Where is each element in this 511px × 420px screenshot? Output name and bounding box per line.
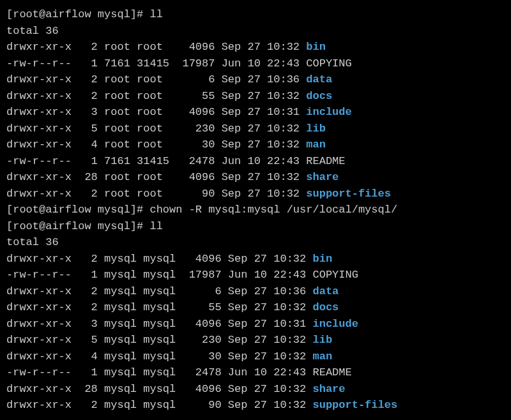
filename: man [306, 139, 326, 151]
filename: include [306, 106, 351, 118]
filename: docs [312, 301, 339, 313]
listing-attrs: drwxr-xr-x 3 mysql mysql 4096 Sep 27 10:… [6, 318, 312, 330]
listing-attrs: drwxr-xr-x 2 mysql mysql 4096 Sep 27 10:… [6, 253, 312, 265]
filename: lib [306, 123, 326, 135]
prompt-line[interactable]: [root@airflow mysql]# chown -R mysql:mys… [6, 202, 505, 218]
listing-attrs: -rw-r--r-- 1 mysql mysql 17987 Jun 10 22… [6, 269, 312, 281]
filename: share [312, 383, 345, 395]
listing-row: -rw-r--r-- 1 7161 31415 17987 Jun 10 22:… [6, 56, 505, 72]
filename: man [312, 350, 332, 363]
filename: README [312, 366, 351, 379]
filename: data [312, 285, 339, 297]
command-text: chown -R mysql:mysql /usr/local/mysql/ [149, 204, 397, 216]
listing-row: -rw-r--r-- 1 mysql mysql 2478 Jun 10 22:… [6, 364, 505, 381]
listing-attrs: -rw-r--r-- 1 7161 31415 2478 Jun 10 22:4… [6, 155, 306, 167]
listing-row: drwxr-xr-x 3 mysql mysql 4096 Sep 27 10:… [6, 316, 505, 333]
filename: share [306, 171, 339, 183]
listing-row: drwxr-xr-x 28 mysql mysql 4096 Sep 27 10… [6, 381, 505, 398]
filename: support-files [312, 399, 397, 411]
shell-prompt: [root@airflow mysql]# [6, 204, 149, 216]
listing-attrs: drwxr-xr-x 5 root root 230 Sep 27 10:32 [6, 123, 306, 135]
listing-row: drwxr-xr-x 2 root root 90 Sep 27 10:32 s… [6, 186, 505, 202]
terminal-output[interactable]: [root@airflow mysql]# lltotal 36drwxr-xr… [6, 6, 505, 414]
listing-row: drwxr-xr-x 2 root root 6 Sep 27 10:36 da… [6, 71, 505, 88]
prompt-line[interactable]: [root@airflow mysql]# ll [6, 6, 505, 23]
listing-row: -rw-r--r-- 1 7161 31415 2478 Jun 10 22:4… [6, 153, 505, 170]
listing-attrs: drwxr-xr-x 4 root root 30 Sep 27 10:32 [6, 139, 306, 151]
filename: data [306, 73, 332, 86]
filename: support-files [306, 188, 391, 200]
listing-attrs: drwxr-xr-x 2 root root 6 Sep 27 10:36 [6, 73, 306, 86]
listing-row: drwxr-xr-x 2 mysql mysql 90 Sep 27 10:32… [6, 397, 505, 414]
listing-attrs: -rw-r--r-- 1 mysql mysql 2478 Jun 10 22:… [6, 366, 312, 379]
command-text: ll [149, 220, 162, 232]
prompt-line[interactable]: [root@airflow mysql]# ll [6, 218, 505, 235]
listing-attrs: drwxr-xr-x 2 root root 4096 Sep 27 10:32 [6, 41, 306, 53]
listing-attrs: drwxr-xr-x 2 root root 55 Sep 27 10:32 [6, 90, 306, 102]
filename: COPYING [312, 269, 358, 281]
listing-attrs: drwxr-xr-x 28 mysql mysql 4096 Sep 27 10… [6, 383, 312, 395]
listing-attrs: drwxr-xr-x 2 mysql mysql 55 Sep 27 10:32 [6, 301, 312, 313]
total-line: total 36 [6, 234, 505, 251]
filename: COPYING [306, 57, 351, 70]
listing-row: drwxr-xr-x 2 mysql mysql 6 Sep 27 10:36 … [6, 283, 505, 300]
shell-prompt: [root@airflow mysql]# [6, 8, 149, 20]
shell-prompt: [root@airflow mysql]# [6, 220, 149, 232]
listing-attrs: drwxr-xr-x 28 root root 4096 Sep 27 10:3… [6, 171, 306, 183]
listing-attrs: drwxr-xr-x 2 mysql mysql 6 Sep 27 10:36 [6, 285, 312, 297]
listing-row: drwxr-xr-x 5 mysql mysql 230 Sep 27 10:3… [6, 332, 505, 349]
filename: include [312, 318, 358, 330]
listing-attrs: drwxr-xr-x 3 root root 4096 Sep 27 10:31 [6, 106, 306, 118]
listing-row: drwxr-xr-x 2 root root 55 Sep 27 10:32 d… [6, 88, 505, 105]
filename: bin [312, 253, 332, 265]
listing-attrs: drwxr-xr-x 5 mysql mysql 230 Sep 27 10:3… [6, 334, 312, 346]
listing-attrs: drwxr-xr-x 2 root root 90 Sep 27 10:32 [6, 188, 306, 200]
filename: README [306, 155, 345, 167]
listing-row: -rw-r--r-- 1 mysql mysql 17987 Jun 10 22… [6, 267, 505, 283]
listing-row: drwxr-xr-x 5 root root 230 Sep 27 10:32 … [6, 121, 505, 137]
listing-attrs: drwxr-xr-x 2 mysql mysql 90 Sep 27 10:32 [6, 399, 312, 411]
total-line: total 36 [6, 23, 505, 40]
listing-attrs: drwxr-xr-x 4 mysql mysql 30 Sep 27 10:32 [6, 350, 312, 363]
listing-row: drwxr-xr-x 2 mysql mysql 4096 Sep 27 10:… [6, 251, 505, 267]
listing-row: drwxr-xr-x 4 mysql mysql 30 Sep 27 10:32… [6, 349, 505, 365]
listing-row: drwxr-xr-x 2 mysql mysql 55 Sep 27 10:32… [6, 299, 505, 316]
listing-row: drwxr-xr-x 3 root root 4096 Sep 27 10:31… [6, 104, 505, 121]
listing-row: drwxr-xr-x 28 root root 4096 Sep 27 10:3… [6, 169, 505, 186]
listing-row: drwxr-xr-x 4 root root 30 Sep 27 10:32 m… [6, 137, 505, 153]
listing-attrs: -rw-r--r-- 1 7161 31415 17987 Jun 10 22:… [6, 57, 306, 70]
filename: bin [306, 41, 326, 53]
listing-row: drwxr-xr-x 2 root root 4096 Sep 27 10:32… [6, 39, 505, 56]
command-text: ll [149, 8, 162, 20]
filename: docs [306, 90, 332, 102]
filename: lib [312, 334, 332, 346]
